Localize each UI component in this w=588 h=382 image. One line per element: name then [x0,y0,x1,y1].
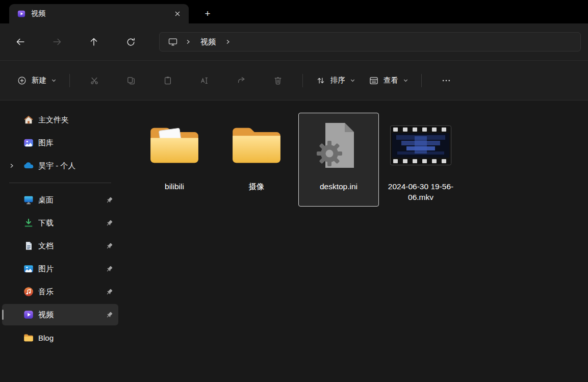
address-bar[interactable]: 视频 [159,32,581,52]
file-explorer-window: 视频 + [0,0,588,382]
more-options-button[interactable] [434,70,458,91]
downloads-icon [22,217,34,229]
sidebar-item-blog[interactable]: Blog [2,327,118,348]
plus-circle-icon [17,75,27,86]
desktop-icon [22,194,34,206]
sidebar-item-pictures[interactable]: 图片 [2,258,118,279]
view-icon [369,75,379,86]
rename-icon [199,75,210,86]
breadcrumb-chevron[interactable] [223,39,233,45]
command-toolbar: 新建 [0,60,588,100]
pin-icon [105,242,113,250]
file-mkv-video[interactable]: 2024-06-30 19-56-06.mkv [380,113,461,207]
chevron-down-icon [403,78,408,83]
chevron-right-icon [225,39,231,45]
sidebar-item-videos[interactable]: 视频 [2,304,118,325]
sidebar-item-label: 图片 [38,264,101,274]
sort-button[interactable]: 排序 [309,70,362,91]
file-name: desktop.ini [320,182,357,192]
sidebar-item-label: 视频 [38,310,101,320]
back-button[interactable] [9,32,32,52]
tab-title: 视频 [31,9,165,18]
documents-icon [22,240,34,252]
video-filmstrip-thumbnail [390,125,451,165]
content-area: 主文件夹 图库 [0,100,588,382]
cut-button[interactable] [82,70,107,91]
toolbar-separator [302,74,303,87]
share-icon [236,75,246,86]
navigation-bar: 视频 [0,23,588,60]
paste-button[interactable] [156,70,180,91]
new-button[interactable]: 新建 [10,70,63,91]
home-icon [22,114,34,126]
chevron-down-icon [350,78,355,83]
file-name: bilibili [165,182,184,192]
onedrive-cloud-icon [22,160,34,172]
arrow-left-icon [15,36,26,47]
breadcrumb-chevron[interactable] [183,39,193,45]
rename-button[interactable] [192,70,217,91]
sidebar-item-music[interactable]: 音乐 [2,281,118,302]
folder-icon [230,124,283,167]
ini-settings-file-icon [316,120,361,170]
sort-button-label: 排序 [330,75,345,85]
sidebar-divider [9,183,111,183]
tab-close-button[interactable] [170,7,185,20]
view-button-label: 查看 [384,75,398,85]
this-pc-crumb[interactable] [165,37,181,47]
sidebar-item-label: 下载 [38,218,101,228]
close-icon [174,11,181,17]
file-shexiang[interactable]: 摄像 [216,113,297,207]
sidebar-item-label: 文档 [38,241,101,251]
file-list: bilibili 摄像 [121,100,588,382]
sidebar-item-label: 昊宇 - 个人 [38,161,113,171]
sidebar-item-gallery[interactable]: 图库 [2,132,118,154]
folder-with-content-icon [148,124,201,167]
videos-folder-icon [17,9,26,18]
pin-icon [105,265,113,273]
sidebar-item-home[interactable]: 主文件夹 [2,109,118,131]
pin-icon [105,288,113,296]
share-button[interactable] [229,70,253,91]
file-name: 2024-06-30 19-56-06.mkv [383,182,458,203]
pin-icon [105,219,113,227]
new-button-label: 新建 [32,75,46,85]
pictures-icon [22,263,34,275]
toolbar-separator [69,74,70,87]
titlebar: 视频 + [0,0,588,23]
music-icon [22,286,34,298]
sidebar-item-label: Blog [38,334,113,342]
file-bilibili[interactable]: bilibili [134,113,215,207]
sidebar-item-desktop[interactable]: 桌面 [2,189,118,211]
folder-icon [22,332,34,344]
explorer-tab[interactable]: 视频 [9,4,189,23]
file-desktop-ini[interactable]: desktop.ini [298,113,379,207]
copy-button[interactable] [119,70,143,91]
new-tab-button[interactable]: + [199,6,216,21]
expand-chevron-icon[interactable] [5,163,18,169]
up-button[interactable] [83,32,105,52]
arrow-up-icon [88,36,99,47]
copy-icon [126,75,136,86]
sidebar-item-label: 桌面 [38,195,101,205]
chevron-down-icon [51,78,57,83]
sidebar-item-onedrive[interactable]: 昊宇 - 个人 [2,155,118,176]
toolbar-separator [421,74,422,87]
sidebar-item-downloads[interactable]: 下载 [2,212,118,234]
pin-icon [105,311,113,319]
delete-button[interactable] [266,70,290,91]
pin-icon [105,196,113,204]
forward-button[interactable] [46,32,68,52]
refresh-button[interactable] [119,32,142,52]
breadcrumb-segment[interactable]: 视频 [195,35,221,49]
trash-icon [273,75,283,86]
videos-icon [22,309,34,321]
sidebar-item-label: 主文件夹 [38,115,113,125]
arrow-right-icon [52,36,63,47]
scissors-icon [89,75,99,86]
view-button[interactable]: 查看 [362,70,415,91]
paste-icon [163,75,173,86]
sidebar-item-documents[interactable]: 文档 [2,235,118,257]
file-name: 摄像 [249,182,265,192]
navigation-sidebar: 主文件夹 图库 [0,100,121,382]
